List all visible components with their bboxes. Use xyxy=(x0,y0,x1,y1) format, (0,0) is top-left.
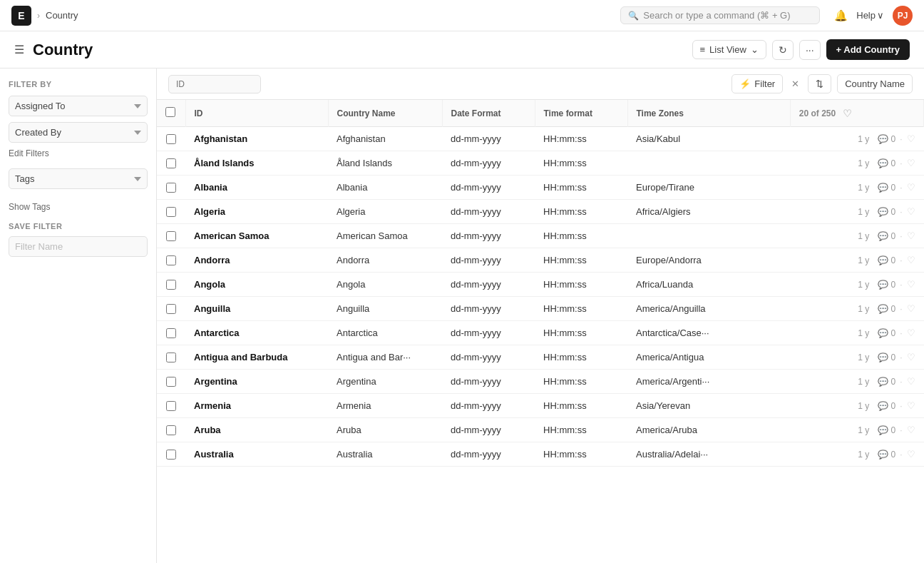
row-time-format: HH:mm:ss xyxy=(535,127,627,151)
row-dot: · xyxy=(900,207,902,217)
row-heart-icon[interactable]: ♡ xyxy=(907,449,915,460)
page-header: ☰ Country ≡ List View ⌄ ↻ ··· + Add Coun… xyxy=(0,31,924,69)
row-checkbox[interactable] xyxy=(166,280,176,290)
row-comment-icon[interactable]: 💬 0 xyxy=(878,158,895,168)
edit-filters-link[interactable]: Edit Filters xyxy=(9,148,148,158)
created-by-select[interactable]: Created By xyxy=(9,122,148,143)
topbar: E › Country 🔍 Search or type a command (… xyxy=(0,0,924,31)
row-timezone: Antarctica/Case··· xyxy=(627,321,790,345)
row-comment-icon[interactable]: 💬 0 xyxy=(878,207,895,217)
row-heart-icon[interactable]: ♡ xyxy=(907,230,915,241)
row-heart-icon[interactable]: ♡ xyxy=(907,376,915,387)
sort-icon: ⇅ xyxy=(816,78,823,89)
row-timezone: Europe/Tirane xyxy=(627,176,790,200)
row-comment-icon[interactable]: 💬 0 xyxy=(878,377,895,387)
avatar[interactable]: PJ xyxy=(893,6,913,26)
row-checkbox[interactable] xyxy=(166,255,176,265)
table-row: Armenia Armenia dd-mm-yyyy HH:mm:ss Asia… xyxy=(157,394,924,418)
row-comment-icon[interactable]: 💬 0 xyxy=(878,183,895,193)
row-checkbox[interactable] xyxy=(166,328,176,338)
row-heart-icon[interactable]: ♡ xyxy=(907,400,915,411)
assigned-to-select[interactable]: Assigned To xyxy=(9,96,148,116)
row-actions: 1 y 💬 0 · ♡ xyxy=(790,321,923,345)
row-checkbox[interactable] xyxy=(166,183,176,193)
row-comment-icon[interactable]: 💬 0 xyxy=(878,401,895,411)
notifications-bell-icon[interactable]: 🔔 xyxy=(834,9,848,22)
row-heart-icon[interactable]: ♡ xyxy=(907,352,915,362)
th-count: 20 of 250 ♡ xyxy=(790,100,923,127)
row-country-name: Antigua and Bar··· xyxy=(328,345,442,370)
row-actions: 1 y 💬 0 · ♡ xyxy=(790,394,923,418)
row-dot: · xyxy=(900,231,902,241)
row-checkbox[interactable] xyxy=(166,158,176,168)
row-age: 1 y xyxy=(858,425,869,435)
filter-by-label: Filter By xyxy=(9,80,148,88)
row-heart-icon[interactable]: ♡ xyxy=(907,158,915,168)
row-heart-icon[interactable]: ♡ xyxy=(907,303,915,314)
search-bar[interactable]: 🔍 Search or type a command (⌘ + G) xyxy=(620,6,820,24)
row-comment-icon[interactable]: 💬 0 xyxy=(878,328,895,338)
row-comment-icon[interactable]: 💬 0 xyxy=(878,304,895,314)
more-options-button[interactable]: ··· xyxy=(799,40,821,60)
row-heart-icon[interactable]: ♡ xyxy=(907,425,915,435)
row-time-format: HH:mm:ss xyxy=(535,394,627,418)
row-age: 1 y xyxy=(858,280,869,290)
row-heart-icon[interactable]: ♡ xyxy=(907,279,915,290)
show-tags-link[interactable]: Show Tags xyxy=(9,202,148,212)
row-comment-icon[interactable]: 💬 0 xyxy=(878,280,895,290)
row-id: Antarctica xyxy=(185,321,328,345)
row-checkbox-cell xyxy=(157,297,185,321)
add-country-button[interactable]: + Add Country xyxy=(826,39,910,60)
row-country-name: Australia xyxy=(328,442,442,467)
row-heart-icon[interactable]: ♡ xyxy=(907,133,915,144)
row-date-format: dd-mm-yyyy xyxy=(442,224,535,248)
th-time-zones: Time Zones xyxy=(627,100,790,127)
row-checkbox[interactable] xyxy=(166,207,176,217)
row-actions: 1 y 💬 0 · ♡ xyxy=(790,273,923,297)
filter-name-input[interactable] xyxy=(9,236,148,257)
select-all-checkbox[interactable] xyxy=(165,107,175,117)
menu-icon[interactable]: ☰ xyxy=(14,43,24,56)
row-checkbox[interactable] xyxy=(166,377,176,387)
row-checkbox[interactable] xyxy=(166,450,176,460)
row-checkbox[interactable] xyxy=(166,134,176,144)
row-heart-icon[interactable]: ♡ xyxy=(907,255,915,265)
row-checkbox[interactable] xyxy=(166,231,176,241)
row-time-format: HH:mm:ss xyxy=(535,345,627,370)
row-dot: · xyxy=(900,450,902,460)
row-comment-icon[interactable]: 💬 0 xyxy=(878,450,895,460)
sort-button[interactable]: ⇅ xyxy=(808,74,831,93)
row-heart-icon[interactable]: ♡ xyxy=(907,206,915,217)
row-comment-icon[interactable]: 💬 0 xyxy=(878,425,895,435)
row-time-format: HH:mm:ss xyxy=(535,273,627,297)
app-logo: E xyxy=(11,6,31,26)
row-comment-icon[interactable]: 💬 0 xyxy=(878,134,895,144)
row-checkbox[interactable] xyxy=(166,304,176,314)
row-checkbox[interactable] xyxy=(166,352,176,362)
row-heart-icon[interactable]: ♡ xyxy=(907,328,915,338)
tags-select[interactable]: Tags xyxy=(9,168,148,189)
heart-header-icon[interactable]: ♡ xyxy=(843,108,852,119)
filter-clear-button[interactable]: ✕ xyxy=(789,77,802,91)
row-country-name: Albania xyxy=(328,176,442,200)
row-comment-icon[interactable]: 💬 0 xyxy=(878,352,895,362)
row-time-format: HH:mm:ss xyxy=(535,151,627,176)
row-checkbox-cell xyxy=(157,418,185,442)
row-dot: · xyxy=(900,328,902,338)
row-heart-icon[interactable]: ♡ xyxy=(907,182,915,193)
row-id: Algeria xyxy=(185,200,328,224)
row-time-format: HH:mm:ss xyxy=(535,442,627,467)
row-time-format: HH:mm:ss xyxy=(535,248,627,273)
filter-button[interactable]: ⚡ Filter xyxy=(732,74,783,93)
list-view-button[interactable]: ≡ List View ⌄ xyxy=(692,40,766,59)
row-country-name: Angola xyxy=(328,273,442,297)
refresh-button[interactable]: ↻ xyxy=(772,40,794,60)
help-button[interactable]: Help ∨ xyxy=(856,10,884,21)
id-filter-input[interactable] xyxy=(168,75,261,93)
row-time-format: HH:mm:ss xyxy=(535,224,627,248)
row-comment-icon[interactable]: 💬 0 xyxy=(878,231,895,241)
row-comment-icon[interactable]: 💬 0 xyxy=(878,255,895,265)
row-checkbox[interactable] xyxy=(166,401,176,411)
row-checkbox[interactable] xyxy=(166,425,176,435)
table-row: Albania Albania dd-mm-yyyy HH:mm:ss Euro… xyxy=(157,176,924,200)
